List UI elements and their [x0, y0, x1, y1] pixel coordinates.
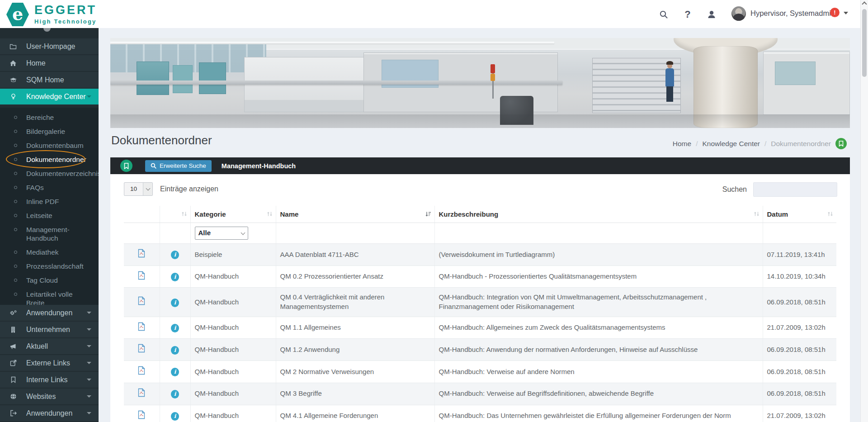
chevron-down-icon	[87, 362, 91, 364]
submenu-item-faqs[interactable]: FAQs	[0, 180, 99, 194]
sidebar-bottom-group: Anwendungen Unternehmen Aktuell Externe …	[0, 305, 99, 422]
cell-name: QM 0.2 Prozessorientierter Ansatz	[276, 266, 434, 288]
sidebar-item-label: Aktuell	[26, 342, 48, 351]
breadcrumb-bookmark-icon[interactable]	[835, 138, 847, 149]
pdf-file-icon[interactable]	[138, 271, 145, 283]
kategorie-filter-select[interactable]: Alle	[195, 227, 248, 240]
col-header-datum[interactable]: Datum	[763, 206, 836, 223]
help-icon[interactable]: ?	[682, 9, 693, 20]
filter-cell	[763, 223, 836, 244]
sidebar-item-anwendungen[interactable]: Anwendungen	[0, 305, 99, 322]
sidebar-item-anwendungen-signout[interactable]: Anwendungen	[0, 405, 99, 422]
sidebar-item-interne-links[interactable]: Interne Links	[0, 372, 99, 389]
filter-cell	[160, 223, 190, 244]
cell-kategorie: QM-Handbuch	[190, 317, 276, 339]
submenu-item-leitseite[interactable]: Leitseite	[0, 209, 99, 223]
submenu-item-dokumentenverzeichnis[interactable]: Dokumentenverzeichnis	[0, 166, 99, 180]
gears-icon	[0, 309, 26, 317]
page-size-select[interactable]: 10	[124, 182, 153, 196]
table-filter-row: Alle	[124, 223, 836, 244]
table-search-input[interactable]	[753, 182, 837, 197]
sidebar-item-home[interactable]: Home	[0, 55, 99, 72]
chevron-down-icon	[87, 395, 91, 398]
info-icon[interactable]: i	[171, 390, 179, 398]
sidebar-item-sqm-home[interactable]: SQM Home	[0, 72, 99, 89]
breadcrumb-home[interactable]: Home	[673, 140, 691, 148]
sidebar-item-label: SQM Home	[26, 76, 64, 84]
breadcrumb-current: Dokumentenordner	[771, 140, 831, 148]
cell-kategorie: QM-Handbuch	[190, 288, 276, 317]
sort-active-icon	[425, 210, 431, 218]
col-header-info[interactable]	[160, 206, 190, 223]
sidebar-item-externe-links[interactable]: Externe Links	[0, 355, 99, 372]
pdf-file-icon[interactable]	[138, 249, 145, 261]
col-header-name[interactable]: Name	[276, 206, 434, 223]
sidebar-item-label: Websites	[26, 393, 56, 401]
submenu-item-mediathek[interactable]: Mediathek	[0, 245, 99, 259]
info-icon[interactable]: i	[171, 273, 179, 281]
col-header-kurzbeschreibung[interactable]: Kurzbeschreibung	[434, 206, 763, 223]
sidebar-item-aktuell[interactable]: Aktuell	[0, 338, 99, 355]
submenu-item-tag-cloud[interactable]: Tag Cloud	[0, 273, 99, 287]
info-icon[interactable]: i	[171, 346, 179, 355]
building-icon	[0, 326, 26, 333]
cell-beschreibung: QM-Handbuch: Verweise auf Begriffsdefini…	[434, 383, 763, 405]
brand-name: EGGERT	[34, 4, 97, 16]
info-icon[interactable]: i	[171, 368, 179, 376]
submenu-item-prozesslandschaft[interactable]: Prozesslandschaft	[0, 259, 99, 273]
brand-logo[interactable]: e EGGERT High Technology	[6, 3, 97, 26]
hero-worker-hair	[666, 61, 673, 65]
circle-icon	[14, 251, 17, 254]
cell-name: QM 0.4 Verträglichkeit mit anderen Manag…	[276, 288, 434, 317]
breadcrumb-knowledge-center[interactable]: Knowledge Center	[702, 140, 760, 148]
page-scrollbar[interactable]	[860, 0, 868, 422]
toolbar-bookmark-icon[interactable]	[120, 160, 132, 172]
sidebar-partial-avatar	[43, 28, 51, 32]
hero-worker-legs	[666, 86, 673, 102]
info-icon[interactable]: i	[171, 412, 179, 421]
chevron-down-icon	[87, 412, 91, 414]
circle-icon	[14, 214, 17, 217]
info-icon[interactable]: i	[171, 324, 179, 332]
hero-stack-light-amber	[491, 74, 495, 81]
user-icon[interactable]	[706, 9, 717, 20]
scrollbar-up-arrow[interactable]	[862, 1, 867, 6]
table-row: i QM-Handbuch QM 1.1 Allgemeines QM-Hand…	[124, 317, 836, 339]
col-header-kategorie[interactable]: Kategorie	[190, 206, 276, 223]
submenu-item-dokumentenordner[interactable]: Dokumentenordner	[0, 152, 99, 166]
pdf-file-icon[interactable]	[138, 388, 145, 400]
pdf-file-icon[interactable]	[138, 322, 145, 334]
col-label: Kategorie	[195, 210, 226, 218]
sidebar-item-unternehmen[interactable]: Unternehmen	[0, 322, 99, 338]
submenu-label: Prozesslandschaft	[26, 262, 90, 270]
user-avatar[interactable]	[731, 6, 746, 21]
sidebar-item-knowledge-center[interactable]: Knowledge Center	[0, 89, 99, 105]
submenu-item-bildergalerie[interactable]: Bildergalerie	[0, 124, 99, 138]
pdf-file-icon[interactable]	[138, 366, 145, 378]
info-icon[interactable]: i	[171, 251, 179, 259]
pdf-file-icon[interactable]	[138, 296, 145, 308]
sidebar-item-websites[interactable]: Websites	[0, 389, 99, 405]
scrollbar-thumb[interactable]	[862, 9, 867, 77]
user-menu-label[interactable]: Hypervisor, Systemadmin	[750, 9, 835, 18]
sidebar-item-user-hompage[interactable]: User-Hompage	[0, 38, 99, 55]
sidebar-item-label: Unternehmen	[26, 326, 70, 334]
cell-kategorie: QM-Handbuch	[190, 405, 276, 422]
hero-glass-panel-right	[775, 62, 816, 85]
submenu-item-inline-pdf[interactable]: Inline PDF	[0, 194, 99, 209]
pdf-file-icon[interactable]	[138, 410, 145, 422]
hero-teal-cabinet	[137, 62, 169, 95]
search-icon[interactable]	[658, 9, 670, 20]
advanced-search-button[interactable]: Erweiterte Suche	[145, 160, 212, 172]
submenu-item-management-handbuch[interactable]: Management-Handbuch	[0, 223, 99, 245]
info-icon[interactable]: i	[171, 299, 179, 307]
circle-icon	[14, 293, 17, 296]
pdf-file-icon[interactable]	[138, 344, 145, 356]
cell-datum: 06.09.2018, 08:51h	[763, 383, 836, 405]
sidebar-nav: User-Hompage Home SQM Home Knowledge Cen…	[0, 28, 99, 422]
user-caret-down-icon[interactable]	[844, 12, 848, 14]
brand-tagline: High Technology	[34, 18, 97, 25]
notification-badge: !	[830, 8, 840, 17]
submenu-item-dokumentenbaum[interactable]: Dokumentenbaum	[0, 138, 99, 152]
submenu-item-bereiche[interactable]: Bereiche	[0, 110, 99, 124]
